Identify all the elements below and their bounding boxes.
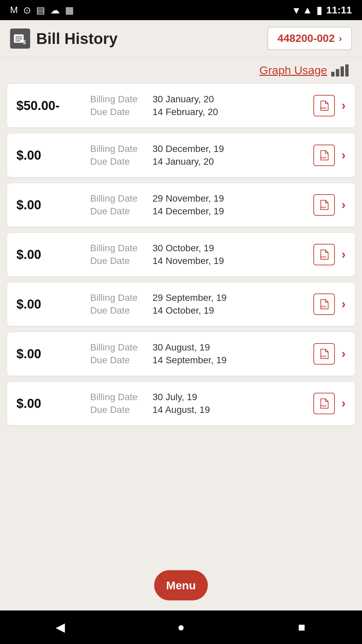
wifi-icon: ▾ — [294, 4, 299, 16]
billing-date-value-4: 29 September, 19 — [153, 292, 227, 303]
storage-icon: ▤ — [36, 5, 45, 16]
bill-actions-4: PDF › — [313, 293, 346, 315]
bill-amount-3: $.00 — [16, 248, 83, 262]
billing-date-label-1: Billing Date — [90, 144, 147, 154]
menu-button[interactable]: Menu — [154, 570, 208, 600]
billing-date-row-6: Billing Date 30 July, 19 — [90, 392, 307, 402]
svg-text:PDF: PDF — [321, 256, 326, 259]
page-title: Bill History — [36, 30, 118, 48]
billing-date-value-1: 30 December, 19 — [153, 144, 224, 154]
billing-date-row-4: Billing Date 29 September, 19 — [90, 292, 307, 303]
chevron-right-icon-3: › — [342, 248, 346, 262]
bar-4 — [345, 64, 349, 76]
due-date-row-5: Due Date 14 September, 19 — [90, 355, 307, 366]
billing-date-label-4: Billing Date — [90, 292, 147, 303]
bill-dates-4: Billing Date 29 September, 19 Due Date 1… — [90, 292, 307, 316]
billing-date-value-5: 30 August, 19 — [153, 342, 210, 353]
due-date-label-0: Due Date — [90, 107, 147, 117]
due-date-value-4: 14 October, 19 — [153, 305, 214, 316]
bill-item[interactable]: $50.00- Billing Date 30 January, 20 Due … — [7, 84, 355, 128]
home-icon: ● — [177, 620, 185, 634]
due-date-value-5: 14 September, 19 — [153, 355, 227, 366]
calendar-icon: ▦ — [65, 5, 74, 16]
pdf-icon-5[interactable]: PDF — [313, 343, 335, 365]
billing-date-value-2: 29 November, 19 — [153, 193, 224, 204]
billing-date-label-0: Billing Date — [90, 94, 147, 105]
svg-text:$: $ — [23, 39, 26, 45]
bill-dates-3: Billing Date 30 October, 19 Due Date 14 … — [90, 243, 307, 266]
chevron-right-icon-5: › — [342, 347, 346, 361]
billing-date-label-2: Billing Date — [90, 193, 147, 204]
bill-item[interactable]: $.00 Billing Date 30 October, 19 Due Dat… — [7, 232, 355, 277]
bill-amount-2: $.00 — [16, 198, 83, 212]
pdf-icon-2[interactable]: PDF — [313, 194, 335, 216]
time-display: 11:11 — [326, 4, 352, 16]
due-date-row-2: Due Date 14 December, 19 — [90, 206, 307, 217]
billing-date-row-2: Billing Date 29 November, 19 — [90, 193, 307, 204]
due-date-label-4: Due Date — [90, 305, 147, 316]
graph-usage-link[interactable]: Graph Usage — [259, 64, 327, 77]
bar-3 — [341, 66, 344, 76]
header: $ Bill History 448200-002 › — [0, 20, 362, 57]
chevron-right-icon-1: › — [342, 148, 346, 162]
bar-chart-icon — [331, 64, 349, 76]
status-bar-right: ▾ ▲ ▮ 11:11 — [294, 4, 352, 16]
due-date-label-3: Due Date — [90, 256, 147, 266]
nav-bar: ◀ ● ■ — [0, 610, 362, 644]
due-date-value-1: 14 January, 20 — [153, 156, 214, 167]
bill-actions-3: PDF › — [313, 244, 346, 265]
bill-amount-5: $.00 — [16, 347, 83, 361]
graph-usage-row: Graph Usage — [0, 57, 362, 80]
pdf-icon-0[interactable]: PDF — [313, 95, 335, 116]
bill-actions-2: PDF › — [313, 194, 346, 216]
bill-item[interactable]: $.00 Billing Date 29 November, 19 Due Da… — [7, 183, 355, 227]
billing-date-row-0: Billing Date 30 January, 20 — [90, 94, 307, 105]
due-date-label-2: Due Date — [90, 206, 147, 217]
pdf-icon-6[interactable]: PDF — [313, 393, 335, 414]
chevron-right-icon-2: › — [342, 198, 346, 212]
billing-date-label-6: Billing Date — [90, 392, 147, 402]
gmail-icon: M — [10, 5, 18, 15]
recents-icon: ■ — [298, 620, 305, 634]
bill-actions-6: PDF › — [313, 393, 346, 414]
record-icon: ⊙ — [23, 5, 31, 16]
chevron-right-icon-6: › — [342, 396, 346, 411]
bill-item[interactable]: $.00 Billing Date 30 July, 19 Due Date 1… — [7, 381, 355, 426]
pdf-icon-3[interactable]: PDF — [313, 244, 335, 265]
bill-dates-1: Billing Date 30 December, 19 Due Date 14… — [90, 144, 307, 167]
bill-actions-5: PDF › — [313, 343, 346, 365]
menu-container: Menu — [0, 564, 362, 610]
menu-label: Menu — [166, 579, 196, 592]
svg-text:PDF: PDF — [321, 107, 326, 110]
due-date-label-6: Due Date — [90, 405, 147, 415]
pdf-icon-1[interactable]: PDF — [313, 145, 335, 166]
bill-item[interactable]: $.00 Billing Date 29 September, 19 Due D… — [7, 282, 355, 326]
bill-item[interactable]: $.00 Billing Date 30 August, 19 Due Date… — [7, 332, 355, 376]
app-icon: $ — [10, 29, 30, 49]
svg-text:PDF: PDF — [321, 355, 326, 358]
recents-button[interactable]: ■ — [288, 614, 315, 641]
bill-list: $50.00- Billing Date 30 January, 20 Due … — [0, 80, 362, 564]
due-date-row-4: Due Date 14 October, 19 — [90, 305, 307, 316]
bill-dates-0: Billing Date 30 January, 20 Due Date 14 … — [90, 94, 307, 117]
bar-2 — [336, 69, 339, 76]
billing-date-row-3: Billing Date 30 October, 19 — [90, 243, 307, 254]
bill-item[interactable]: $.00 Billing Date 30 December, 19 Due Da… — [7, 133, 355, 177]
account-arrow-icon: › — [339, 33, 342, 44]
due-date-value-6: 14 August, 19 — [153, 405, 210, 415]
bill-actions-1: PDF › — [313, 145, 346, 166]
back-button[interactable]: ◀ — [47, 614, 74, 641]
due-date-label-5: Due Date — [90, 355, 147, 366]
bill-amount-1: $.00 — [16, 148, 83, 163]
bar-1 — [331, 72, 335, 76]
account-button[interactable]: 448200-002 › — [267, 27, 352, 50]
pdf-icon-4[interactable]: PDF — [313, 293, 335, 315]
home-button[interactable]: ● — [168, 614, 194, 641]
billing-date-value-0: 30 January, 20 — [153, 94, 214, 105]
status-bar: M ⊙ ▤ ☁ ▦ ▾ ▲ ▮ 11:11 — [0, 0, 362, 20]
billing-date-row-1: Billing Date 30 December, 19 — [90, 144, 307, 154]
chevron-right-icon-4: › — [342, 297, 346, 311]
status-bar-left: M ⊙ ▤ ☁ ▦ — [10, 5, 74, 16]
billing-date-label-3: Billing Date — [90, 243, 147, 254]
back-icon: ◀ — [56, 620, 65, 634]
